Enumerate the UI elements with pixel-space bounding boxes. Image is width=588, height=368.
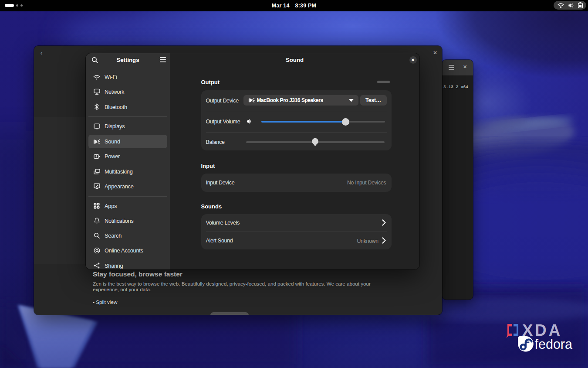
- svg-text:fedora: fedora: [535, 337, 573, 351]
